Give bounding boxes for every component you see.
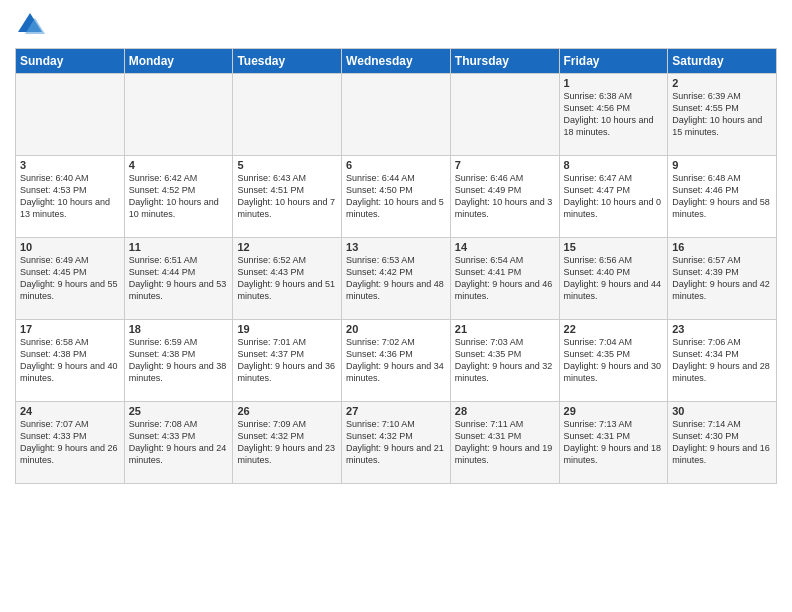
day-info: Sunrise: 6:58 AM Sunset: 4:38 PM Dayligh…: [20, 336, 120, 385]
day-number: 19: [237, 323, 337, 335]
calendar-header-row: SundayMondayTuesdayWednesdayThursdayFrid…: [16, 49, 777, 74]
calendar-cell: 13Sunrise: 6:53 AM Sunset: 4:42 PM Dayli…: [342, 238, 451, 320]
calendar-cell: [233, 74, 342, 156]
calendar-cell: 17Sunrise: 6:58 AM Sunset: 4:38 PM Dayli…: [16, 320, 125, 402]
day-number: 13: [346, 241, 446, 253]
calendar-week-1: 3Sunrise: 6:40 AM Sunset: 4:53 PM Daylig…: [16, 156, 777, 238]
day-info: Sunrise: 6:38 AM Sunset: 4:56 PM Dayligh…: [564, 90, 664, 139]
day-info: Sunrise: 6:56 AM Sunset: 4:40 PM Dayligh…: [564, 254, 664, 303]
day-info: Sunrise: 6:59 AM Sunset: 4:38 PM Dayligh…: [129, 336, 229, 385]
day-number: 5: [237, 159, 337, 171]
day-info: Sunrise: 6:46 AM Sunset: 4:49 PM Dayligh…: [455, 172, 555, 221]
day-number: 23: [672, 323, 772, 335]
header: [15, 10, 777, 40]
calendar-week-2: 10Sunrise: 6:49 AM Sunset: 4:45 PM Dayli…: [16, 238, 777, 320]
day-info: Sunrise: 6:39 AM Sunset: 4:55 PM Dayligh…: [672, 90, 772, 139]
day-info: Sunrise: 6:51 AM Sunset: 4:44 PM Dayligh…: [129, 254, 229, 303]
day-info: Sunrise: 7:06 AM Sunset: 4:34 PM Dayligh…: [672, 336, 772, 385]
day-info: Sunrise: 6:47 AM Sunset: 4:47 PM Dayligh…: [564, 172, 664, 221]
calendar-cell: 26Sunrise: 7:09 AM Sunset: 4:32 PM Dayli…: [233, 402, 342, 484]
calendar-cell: 30Sunrise: 7:14 AM Sunset: 4:30 PM Dayli…: [668, 402, 777, 484]
day-info: Sunrise: 6:53 AM Sunset: 4:42 PM Dayligh…: [346, 254, 446, 303]
day-number: 25: [129, 405, 229, 417]
day-header-sunday: Sunday: [16, 49, 125, 74]
calendar-cell: 9Sunrise: 6:48 AM Sunset: 4:46 PM Daylig…: [668, 156, 777, 238]
day-number: 10: [20, 241, 120, 253]
calendar-cell: [342, 74, 451, 156]
calendar-cell: 6Sunrise: 6:44 AM Sunset: 4:50 PM Daylig…: [342, 156, 451, 238]
day-number: 24: [20, 405, 120, 417]
calendar-cell: 27Sunrise: 7:10 AM Sunset: 4:32 PM Dayli…: [342, 402, 451, 484]
day-number: 2: [672, 77, 772, 89]
day-number: 3: [20, 159, 120, 171]
day-info: Sunrise: 7:08 AM Sunset: 4:33 PM Dayligh…: [129, 418, 229, 467]
day-number: 15: [564, 241, 664, 253]
day-number: 7: [455, 159, 555, 171]
day-info: Sunrise: 6:44 AM Sunset: 4:50 PM Dayligh…: [346, 172, 446, 221]
day-info: Sunrise: 6:42 AM Sunset: 4:52 PM Dayligh…: [129, 172, 229, 221]
calendar-cell: 18Sunrise: 6:59 AM Sunset: 4:38 PM Dayli…: [124, 320, 233, 402]
day-number: 14: [455, 241, 555, 253]
calendar-cell: 20Sunrise: 7:02 AM Sunset: 4:36 PM Dayli…: [342, 320, 451, 402]
calendar-cell: 5Sunrise: 6:43 AM Sunset: 4:51 PM Daylig…: [233, 156, 342, 238]
calendar-cell: 22Sunrise: 7:04 AM Sunset: 4:35 PM Dayli…: [559, 320, 668, 402]
calendar-table: SundayMondayTuesdayWednesdayThursdayFrid…: [15, 48, 777, 484]
day-number: 30: [672, 405, 772, 417]
day-header-monday: Monday: [124, 49, 233, 74]
day-info: Sunrise: 7:09 AM Sunset: 4:32 PM Dayligh…: [237, 418, 337, 467]
calendar-cell: 29Sunrise: 7:13 AM Sunset: 4:31 PM Dayli…: [559, 402, 668, 484]
calendar-cell: 4Sunrise: 6:42 AM Sunset: 4:52 PM Daylig…: [124, 156, 233, 238]
day-info: Sunrise: 6:54 AM Sunset: 4:41 PM Dayligh…: [455, 254, 555, 303]
day-info: Sunrise: 7:14 AM Sunset: 4:30 PM Dayligh…: [672, 418, 772, 467]
day-info: Sunrise: 6:49 AM Sunset: 4:45 PM Dayligh…: [20, 254, 120, 303]
calendar-week-4: 24Sunrise: 7:07 AM Sunset: 4:33 PM Dayli…: [16, 402, 777, 484]
day-info: Sunrise: 7:11 AM Sunset: 4:31 PM Dayligh…: [455, 418, 555, 467]
calendar-cell: 25Sunrise: 7:08 AM Sunset: 4:33 PM Dayli…: [124, 402, 233, 484]
day-number: 22: [564, 323, 664, 335]
calendar-cell: 10Sunrise: 6:49 AM Sunset: 4:45 PM Dayli…: [16, 238, 125, 320]
calendar-cell: [16, 74, 125, 156]
day-number: 21: [455, 323, 555, 335]
logo-icon: [15, 10, 45, 40]
day-info: Sunrise: 7:02 AM Sunset: 4:36 PM Dayligh…: [346, 336, 446, 385]
calendar-cell: 23Sunrise: 7:06 AM Sunset: 4:34 PM Dayli…: [668, 320, 777, 402]
calendar-week-0: 1Sunrise: 6:38 AM Sunset: 4:56 PM Daylig…: [16, 74, 777, 156]
day-info: Sunrise: 7:04 AM Sunset: 4:35 PM Dayligh…: [564, 336, 664, 385]
day-header-friday: Friday: [559, 49, 668, 74]
page: SundayMondayTuesdayWednesdayThursdayFrid…: [0, 0, 792, 612]
day-number: 11: [129, 241, 229, 253]
day-number: 18: [129, 323, 229, 335]
calendar-cell: 28Sunrise: 7:11 AM Sunset: 4:31 PM Dayli…: [450, 402, 559, 484]
day-number: 17: [20, 323, 120, 335]
calendar-cell: 24Sunrise: 7:07 AM Sunset: 4:33 PM Dayli…: [16, 402, 125, 484]
day-number: 4: [129, 159, 229, 171]
calendar-cell: 15Sunrise: 6:56 AM Sunset: 4:40 PM Dayli…: [559, 238, 668, 320]
day-header-wednesday: Wednesday: [342, 49, 451, 74]
day-number: 28: [455, 405, 555, 417]
day-number: 8: [564, 159, 664, 171]
calendar-cell: 7Sunrise: 6:46 AM Sunset: 4:49 PM Daylig…: [450, 156, 559, 238]
day-number: 12: [237, 241, 337, 253]
day-number: 20: [346, 323, 446, 335]
calendar-cell: [124, 74, 233, 156]
day-info: Sunrise: 7:03 AM Sunset: 4:35 PM Dayligh…: [455, 336, 555, 385]
day-info: Sunrise: 7:13 AM Sunset: 4:31 PM Dayligh…: [564, 418, 664, 467]
day-info: Sunrise: 6:43 AM Sunset: 4:51 PM Dayligh…: [237, 172, 337, 221]
day-number: 29: [564, 405, 664, 417]
day-info: Sunrise: 6:40 AM Sunset: 4:53 PM Dayligh…: [20, 172, 120, 221]
day-number: 27: [346, 405, 446, 417]
day-header-saturday: Saturday: [668, 49, 777, 74]
calendar-cell: 14Sunrise: 6:54 AM Sunset: 4:41 PM Dayli…: [450, 238, 559, 320]
calendar-cell: 2Sunrise: 6:39 AM Sunset: 4:55 PM Daylig…: [668, 74, 777, 156]
calendar-week-3: 17Sunrise: 6:58 AM Sunset: 4:38 PM Dayli…: [16, 320, 777, 402]
calendar-cell: 11Sunrise: 6:51 AM Sunset: 4:44 PM Dayli…: [124, 238, 233, 320]
day-number: 16: [672, 241, 772, 253]
day-header-tuesday: Tuesday: [233, 49, 342, 74]
calendar-cell: 16Sunrise: 6:57 AM Sunset: 4:39 PM Dayli…: [668, 238, 777, 320]
day-info: Sunrise: 7:01 AM Sunset: 4:37 PM Dayligh…: [237, 336, 337, 385]
day-info: Sunrise: 6:57 AM Sunset: 4:39 PM Dayligh…: [672, 254, 772, 303]
day-info: Sunrise: 7:10 AM Sunset: 4:32 PM Dayligh…: [346, 418, 446, 467]
calendar-cell: 3Sunrise: 6:40 AM Sunset: 4:53 PM Daylig…: [16, 156, 125, 238]
calendar-cell: 8Sunrise: 6:47 AM Sunset: 4:47 PM Daylig…: [559, 156, 668, 238]
day-number: 1: [564, 77, 664, 89]
